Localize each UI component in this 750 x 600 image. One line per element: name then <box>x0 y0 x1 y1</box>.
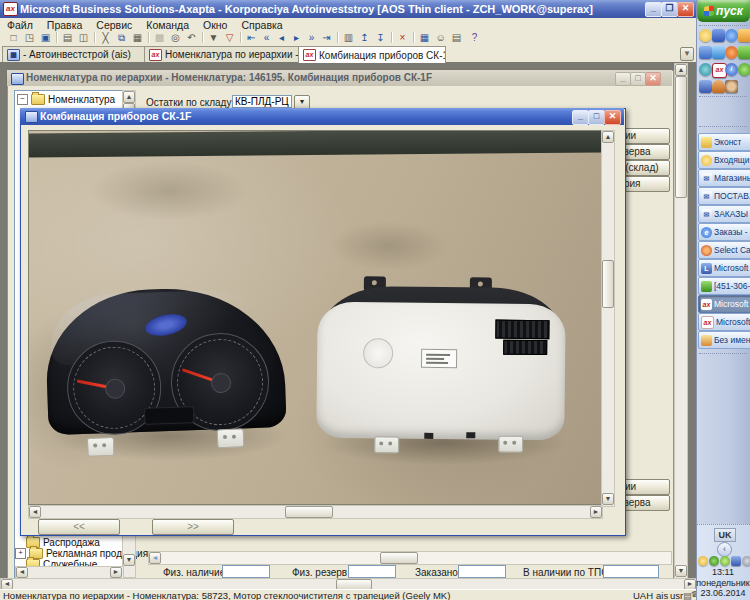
table-browser-icon[interactable] <box>449 31 464 44</box>
delete-record-icon[interactable] <box>395 31 410 44</box>
tab-photo-window[interactable]: ax Комбинация приборов СК-1F <box>298 46 446 63</box>
photo-scroll-right[interactable]: ► <box>590 506 602 518</box>
photo-vscroll-thumb[interactable] <box>602 260 614 308</box>
photo-scroll-up[interactable]: ▲ <box>602 131 614 143</box>
view-document-icon[interactable] <box>341 31 356 44</box>
taskbar-button-orders[interactable]: ✉ ЗАКАЗЫ <box>698 205 750 223</box>
mdi-scroll-down[interactable]: ▼ <box>675 565 687 577</box>
new-icon[interactable] <box>6 31 21 44</box>
menu-edit[interactable]: Правка <box>40 19 89 31</box>
menu-window[interactable]: Окно <box>196 19 234 31</box>
language-indicator[interactable]: UK <box>714 528 736 542</box>
help-icon[interactable] <box>467 31 482 44</box>
filter-icon[interactable] <box>206 31 221 44</box>
next-page-icon[interactable] <box>304 31 319 44</box>
clock-tray-icon[interactable] <box>698 556 708 566</box>
mdi-scroll-thumb[interactable] <box>675 76 687 198</box>
taskbar-button-untitled-paint[interactable]: Без имени... <box>698 331 750 349</box>
user-setup-icon[interactable] <box>433 31 448 44</box>
globe-icon[interactable] <box>699 63 712 76</box>
photo-minimize-button[interactable]: _ <box>572 110 589 125</box>
form-scroll-thumb[interactable] <box>380 552 418 564</box>
tree-scroll-down[interactable]: ▼ <box>123 554 135 566</box>
expand-icon[interactable]: + <box>15 548 26 559</box>
outlook-express-icon[interactable] <box>699 29 712 42</box>
tab-main-company[interactable]: ▦ - Автоинвестстрой (ais) <box>2 46 150 62</box>
tree-item[interactable]: Распродажа <box>26 537 100 548</box>
child-minimize-button[interactable]: _ <box>615 72 631 86</box>
cut-icon[interactable] <box>98 31 113 44</box>
print-preview-icon[interactable] <box>76 31 91 44</box>
undo-icon[interactable] <box>184 31 199 44</box>
green-app-icon[interactable] <box>738 46 750 59</box>
media-player-icon[interactable] <box>699 46 712 59</box>
minimize-button[interactable]: _ <box>645 2 662 17</box>
open-icon[interactable] <box>22 31 37 44</box>
messenger-icon[interactable] <box>712 46 725 59</box>
taskbar-button-phone[interactable]: [451-306-... <box>698 277 750 295</box>
info-icon[interactable]: i <box>725 63 738 76</box>
paste-icon[interactable] <box>130 31 145 44</box>
move-up-icon[interactable] <box>357 31 372 44</box>
child-maximize-button[interactable]: □ <box>630 72 646 86</box>
last-record-icon[interactable] <box>319 31 334 44</box>
mdi-scroll-up[interactable]: ▲ <box>675 64 687 76</box>
child-close-button[interactable]: ✕ <box>645 72 661 86</box>
antivirus-icon[interactable] <box>709 556 719 566</box>
table-grid-icon[interactable] <box>417 31 432 44</box>
tab-item-hierarchy[interactable]: ax Номенклатура по иерархии - Номенклату… <box>144 46 304 62</box>
media-orange-icon[interactable] <box>712 80 725 93</box>
previous-page-icon[interactable] <box>259 31 274 44</box>
collapse-icon[interactable]: − <box>17 94 28 105</box>
remove-filter-icon[interactable] <box>222 31 237 44</box>
move-down-icon[interactable] <box>373 31 388 44</box>
photo-scroll-left[interactable]: ◄ <box>29 506 41 518</box>
taskbar-button-suppliers[interactable]: ✉ ПОСТАВ... <box>698 187 750 205</box>
save-icon[interactable] <box>38 31 53 44</box>
tree-scroll-left[interactable]: ◄ <box>16 567 28 578</box>
close-button[interactable]: ✕ <box>677 2 694 17</box>
app-blue-icon[interactable] <box>699 80 712 93</box>
menu-command[interactable]: Команда <box>139 19 196 31</box>
photo-vscrollbar[interactable] <box>601 130 615 507</box>
tree-scroll-up[interactable]: ▲ <box>123 91 135 103</box>
form-scroll-left[interactable]: ◄ <box>149 552 161 564</box>
previous-photo-button[interactable]: << <box>38 519 120 535</box>
image-viewer-icon[interactable] <box>738 29 750 42</box>
volume-icon[interactable] <box>742 556 750 566</box>
ordered-input[interactable] <box>458 565 506 578</box>
phys-onhand-input[interactable] <box>222 565 270 578</box>
network-icon[interactable] <box>731 556 741 566</box>
photo-close-button[interactable]: ✕ <box>604 110 621 125</box>
phys-reserve-input[interactable] <box>348 565 396 578</box>
settings-tray-icon[interactable] <box>720 556 730 566</box>
internet-explorer-icon[interactable] <box>725 29 738 42</box>
tray-expand-chevron[interactable]: ‹ <box>717 542 732 557</box>
start-button[interactable]: пуск <box>697 0 750 22</box>
menu-help[interactable]: Справка <box>234 19 289 31</box>
taskbar-button-microsoft-1[interactable]: L Microsoft ... <box>698 259 750 277</box>
next-photo-button[interactable]: >> <box>152 519 234 535</box>
photo-scroll-down[interactable]: ▼ <box>602 493 614 505</box>
previous-record-icon[interactable] <box>274 31 289 44</box>
taskbar-button-axapta-active[interactable]: ax Microsoft ... <box>698 295 750 313</box>
find-icon[interactable] <box>168 31 183 44</box>
refresh-icon[interactable] <box>738 63 750 76</box>
copy-icon[interactable] <box>114 31 129 44</box>
taskbar-button-select-car[interactable]: Select Car... <box>698 241 750 259</box>
user-icon[interactable] <box>725 80 738 93</box>
menu-file[interactable]: Файл <box>0 19 40 31</box>
next-record-icon[interactable] <box>289 31 304 44</box>
taskbar-button-shops[interactable]: ✉ Магазины <box>698 169 750 187</box>
photo-hscroll-thumb[interactable] <box>285 506 333 518</box>
photo-maximize-button[interactable]: □ <box>588 110 605 125</box>
tree-scroll-right[interactable]: ► <box>110 567 122 578</box>
first-record-icon[interactable] <box>244 31 259 44</box>
taskbar-button-orders-web[interactable]: e Заказы - ... <box>698 223 750 241</box>
restore-button[interactable]: ❐ <box>661 2 678 17</box>
stock-filter-input[interactable] <box>232 95 292 108</box>
taskbar-button-axapta[interactable]: ax Microsoft ... <box>698 313 750 331</box>
tree-item-root[interactable]: − Номенклатура <box>17 94 115 105</box>
menu-tools[interactable]: Сервис <box>89 19 139 31</box>
tps-onhand-input[interactable] <box>603 565 659 578</box>
